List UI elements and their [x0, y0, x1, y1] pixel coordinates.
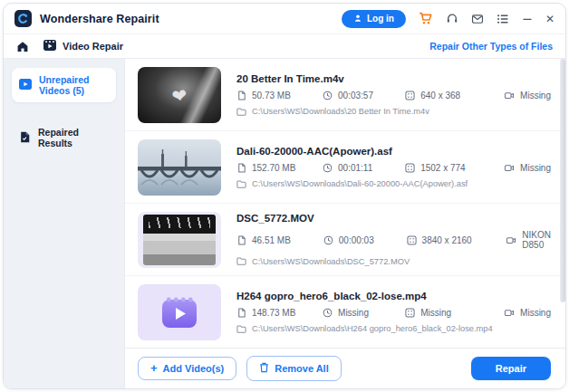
video-resolution: 3840 x 2160 — [422, 235, 472, 245]
clock-icon — [323, 91, 333, 100]
video-size: 46.51 MB — [252, 235, 291, 245]
video-path: C:\Users\WS\Downloads\Dali-60-20000-AAC(… — [252, 179, 468, 188]
clock-icon — [323, 235, 333, 245]
repair-other-types-link[interactable]: Repair Other Types of Files — [429, 41, 553, 52]
video-row[interactable]: H264 gopro_hero6_black_02-lose.mp4 148.7… — [125, 276, 565, 348]
video-row[interactable]: Dali-60-20000-AAC(Apower).asf 152.70 MB … — [125, 131, 565, 204]
video-title: 20 Better In Time.m4v — [236, 73, 551, 84]
add-videos-button[interactable]: + Add Video(s) — [138, 357, 236, 380]
video-row[interactable]: 20 Better In Time.m4v 50.73 MB 00:03:57 … — [125, 59, 565, 131]
video-path: C:\Users\WS\Downloads\20 Better In Time.… — [252, 107, 429, 116]
video-list: 20 Better In Time.m4v 50.73 MB 00:03:57 … — [125, 59, 565, 388]
camera-icon — [504, 308, 515, 318]
folder-icon — [236, 256, 246, 266]
video-repair-icon — [43, 38, 56, 54]
app-title: Wondershare Repairit — [40, 13, 159, 25]
sidebar-item-label: Repaired Results — [38, 127, 109, 148]
plus-icon: + — [150, 364, 158, 373]
video-device: Missing — [520, 308, 551, 318]
video-row[interactable]: DSC_5772.MOV 46.51 MB 00:00:03 3840 x 21… — [125, 204, 565, 276]
file-icon — [236, 308, 246, 318]
camera-icon — [504, 91, 515, 100]
video-size: 50.73 MB — [252, 91, 291, 100]
resolution-icon — [405, 163, 415, 173]
video-duration: 00:01:11 — [338, 163, 372, 173]
video-thumbnail — [138, 67, 221, 123]
trash-icon — [259, 362, 269, 375]
video-thumbnail — [138, 139, 221, 196]
titlebar: Wondershare Repairit Log in ✕ — [4, 4, 565, 34]
folder-icon — [236, 107, 246, 117]
video-title: DSC_5772.MOV — [236, 213, 551, 224]
add-videos-label: Add Video(s) — [163, 363, 225, 374]
video-device: NIKON D850 — [522, 230, 551, 250]
repaired-results-icon — [19, 131, 31, 145]
video-thumbnail-placeholder — [138, 284, 221, 340]
video-path: C:\Users\WS\Downloads\H264 gopro_hero6_b… — [252, 324, 493, 333]
video-duration: 00:00:03 — [339, 235, 374, 245]
clock-icon — [323, 163, 333, 173]
video-thumbnail — [138, 212, 221, 268]
video-repair-label: Video Repair — [63, 41, 123, 52]
footer-toolbar: + Add Video(s) Remove All Repair — [125, 348, 565, 388]
camera-icon — [506, 235, 516, 245]
video-resolution: 1502 x 774 — [420, 163, 466, 173]
sidebar-item-repaired-results[interactable]: Repaired Results — [12, 120, 116, 155]
cart-icon[interactable] — [419, 12, 433, 25]
file-icon — [236, 163, 246, 173]
resolution-icon — [405, 91, 415, 100]
resolution-icon — [405, 308, 415, 318]
folder-icon — [236, 324, 246, 334]
tab-video-repair[interactable]: Video Repair — [43, 38, 123, 54]
login-button[interactable]: Log in — [342, 10, 406, 28]
sidebar-item-unrepaired-videos[interactable]: Unrepaired Videos (5) — [12, 68, 116, 102]
user-icon — [353, 14, 362, 24]
resolution-icon — [407, 235, 417, 245]
repairit-logo-icon — [14, 10, 32, 27]
navbar: Video Repair Repair Other Types of Files — [4, 34, 565, 59]
video-device: Missing — [520, 163, 551, 173]
mail-icon[interactable] — [471, 14, 484, 24]
video-size: 148.73 MB — [252, 308, 295, 318]
unrepaired-videos-icon — [19, 79, 32, 91]
home-button[interactable] — [16, 41, 29, 53]
folder-icon — [236, 179, 246, 189]
file-icon — [236, 235, 246, 245]
login-label: Log in — [367, 14, 394, 24]
sidebar: Unrepaired Videos (5) Repaired Results — [4, 59, 125, 388]
scrollbar[interactable] — [560, 59, 565, 302]
menu-list-icon[interactable] — [497, 14, 509, 24]
video-title: Dali-60-20000-AAC(Apower).asf — [236, 146, 551, 157]
video-duration: Missing — [338, 308, 369, 318]
video-resolution: 640 x 368 — [420, 91, 460, 100]
video-size: 152.70 MB — [252, 163, 295, 173]
headset-icon[interactable] — [446, 13, 458, 24]
video-title: H264 gopro_hero6_black_02-lose.mp4 — [236, 291, 551, 301]
close-icon[interactable]: ✕ — [545, 14, 555, 24]
video-path: C:\Users\WS\Downloads\DSC_5772.MOV — [252, 257, 410, 266]
minimize-icon[interactable] — [522, 14, 533, 24]
repair-button[interactable]: Repair — [471, 357, 551, 380]
app-window: Wondershare Repairit Log in ✕ Video Repa… — [3, 3, 566, 389]
remove-all-label: Remove All — [275, 363, 329, 374]
video-device: Missing — [520, 91, 551, 100]
file-icon — [236, 91, 246, 100]
remove-all-button[interactable]: Remove All — [246, 356, 342, 381]
video-duration: 00:03:57 — [338, 91, 373, 100]
camera-icon — [504, 163, 515, 173]
video-resolution: Missing — [420, 308, 451, 318]
sidebar-item-label: Unrepaired Videos (5) — [39, 74, 109, 96]
clock-icon — [323, 308, 333, 318]
